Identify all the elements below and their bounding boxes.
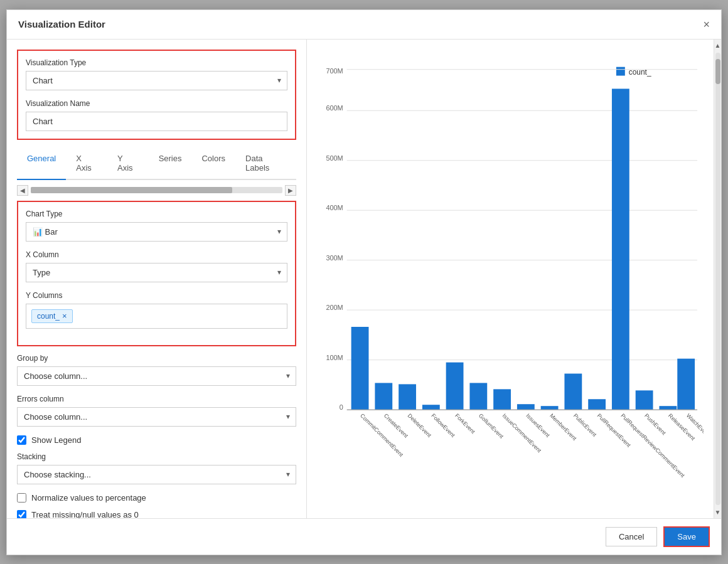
viz-name-input[interactable] (26, 112, 287, 131)
group-by-label: Group by (17, 354, 296, 363)
y-label-600m: 600M (326, 104, 343, 112)
xlabel-13: PushEvent (643, 412, 667, 436)
bar-pullrequestevent (588, 399, 606, 410)
xlabel-1: CommitCommentEvent (359, 412, 405, 458)
scrollbar-track-vertical (715, 53, 720, 505)
xlabel-7: IssueCommentEvent (501, 412, 543, 454)
close-button[interactable]: × (703, 19, 710, 30)
xlabel-3: DeleteEvent (407, 412, 433, 439)
x-column-select[interactable]: Type (26, 263, 287, 282)
scrollbar-up-arrow[interactable]: ▲ (712, 40, 721, 51)
modal-body: Visualization Type Chart Visualization N… (7, 40, 721, 518)
tab-x-axis[interactable]: X Axis (66, 147, 107, 180)
show-legend-label: Show Legend (31, 435, 82, 445)
xlabel-4: FollowEvent (430, 412, 456, 439)
stacking-select-wrapper: Choose stacking... (17, 465, 296, 484)
horizontal-scrollbar: ◀ ▶ (17, 185, 296, 196)
scroll-right-arrow[interactable]: ▶ (285, 185, 296, 196)
y-label-200m: 200M (326, 304, 343, 311)
x-column-section: X Column Type (26, 250, 287, 282)
errors-column-select[interactable]: Choose column... (17, 407, 296, 427)
y-label-300m: 300M (326, 253, 343, 261)
viz-type-label: Visualization Type (26, 58, 287, 67)
y-columns-box: count_ × (26, 304, 287, 329)
normalize-row: Normalize values to percentage (17, 493, 296, 503)
treat-missing-label: Treat missing/null values as 0 (31, 510, 139, 518)
bar-followevent (422, 405, 440, 410)
y-column-tag: count_ × (31, 309, 73, 323)
chart-type-label: Chart Type (26, 210, 287, 218)
errors-column-select-wrapper: Choose column... (17, 407, 296, 427)
modal-overlay: Visualization Editor × Visualization Typ… (0, 0, 728, 564)
bar-issuecommentevent (493, 389, 511, 410)
right-panel: count_ 0 100M 200M 300M 400M 500M 600M 7… (307, 40, 714, 518)
modal-title: Visualization Editor (18, 19, 105, 29)
y-columns-section: Y Columns count_ × (26, 291, 287, 329)
viz-type-name-section: Visualization Type Chart Visualization N… (17, 50, 296, 140)
chart-settings-section: Chart Type 📊 Bar X Column Type (17, 201, 296, 346)
bar-memberevent (541, 406, 559, 410)
group-by-section: Group by Choose column... (17, 354, 296, 386)
y-label-500m: 500M (326, 154, 343, 161)
scrollbar-thumb-vertical[interactable] (715, 59, 720, 84)
visualization-editor-modal: Visualization Editor × Visualization Typ… (6, 9, 722, 555)
modal-header: Visualization Editor × (7, 10, 721, 40)
tab-general[interactable]: General (17, 147, 66, 180)
save-button[interactable]: Save (663, 526, 710, 547)
stacking-label: Stacking (17, 452, 296, 461)
left-panel: Visualization Type Chart Visualization N… (7, 40, 307, 518)
cancel-button[interactable]: Cancel (606, 527, 657, 546)
y-label-0: 0 (340, 403, 343, 411)
x-column-select-wrapper: Type (26, 263, 287, 282)
treat-missing-row: Treat missing/null values as 0 (17, 510, 296, 518)
xlabel-10: PublicEvent (572, 412, 598, 438)
chart-svg: count_ 0 100M 200M 300M 400M 500M 600M 7… (317, 50, 704, 508)
normalize-checkbox[interactable] (17, 493, 26, 503)
y-label-700m: 700M (326, 67, 343, 74)
tab-series[interactable]: Series (149, 147, 192, 180)
bar-deleteevent (399, 384, 416, 410)
y-label-400m: 400M (326, 204, 343, 211)
errors-column-section: Errors column Choose column... (17, 395, 296, 427)
bar-publicevent (564, 373, 582, 410)
errors-column-label: Errors column (17, 395, 296, 403)
bar-createevent (375, 383, 392, 410)
treat-missing-checkbox[interactable] (17, 510, 26, 518)
group-by-select[interactable]: Choose column... (17, 366, 296, 386)
bar-commitcommentevent (351, 327, 369, 410)
tab-colors[interactable]: Colors (191, 147, 235, 180)
bar-issuesevent (517, 404, 535, 410)
scroll-track (31, 187, 282, 193)
legend-color-box (616, 67, 625, 75)
chart-type-select[interactable]: 📊 Bar (26, 222, 287, 242)
y-label-100m: 100M (326, 353, 343, 361)
stacking-select[interactable]: Choose stacking... (17, 465, 296, 484)
viz-type-select-wrapper: Chart (26, 71, 287, 90)
tabs-row: General X Axis Y Axis Series Colors Data… (17, 147, 296, 180)
y-column-tag-label: count_ (37, 312, 60, 321)
y-column-tag-remove[interactable]: × (62, 312, 67, 320)
bar-watchevent (677, 358, 695, 409)
x-column-label: X Column (26, 250, 287, 259)
chart-type-select-wrapper: 📊 Bar (26, 222, 287, 242)
bar-gollumevent (469, 383, 487, 410)
bar-pushevent (636, 390, 653, 410)
right-scrollbar: ▲ ▼ (714, 40, 721, 518)
stacking-section: Stacking Choose stacking... (17, 452, 296, 484)
viz-name-label: Visualization Name (26, 99, 287, 108)
scrollbar-down-arrow[interactable]: ▼ (712, 506, 721, 518)
bar-releaseevent (659, 406, 677, 410)
tab-data-labels[interactable]: Data Labels (235, 147, 296, 180)
viz-type-select[interactable]: Chart (26, 71, 287, 90)
y-columns-label: Y Columns (26, 291, 287, 300)
legend-label: count_ (629, 67, 651, 76)
tab-y-axis[interactable]: Y Axis (107, 147, 149, 180)
modal-footer: Cancel Save (7, 518, 721, 555)
group-by-select-wrapper: Choose column... (17, 366, 296, 386)
scroll-left-arrow[interactable]: ◀ (17, 185, 28, 196)
scroll-thumb[interactable] (31, 187, 232, 193)
show-legend-row: Show Legend (17, 435, 296, 445)
show-legend-checkbox[interactable] (17, 435, 26, 445)
bar-pullrequestreviewcommentevent (612, 88, 629, 410)
bar-forkevent (446, 362, 464, 410)
